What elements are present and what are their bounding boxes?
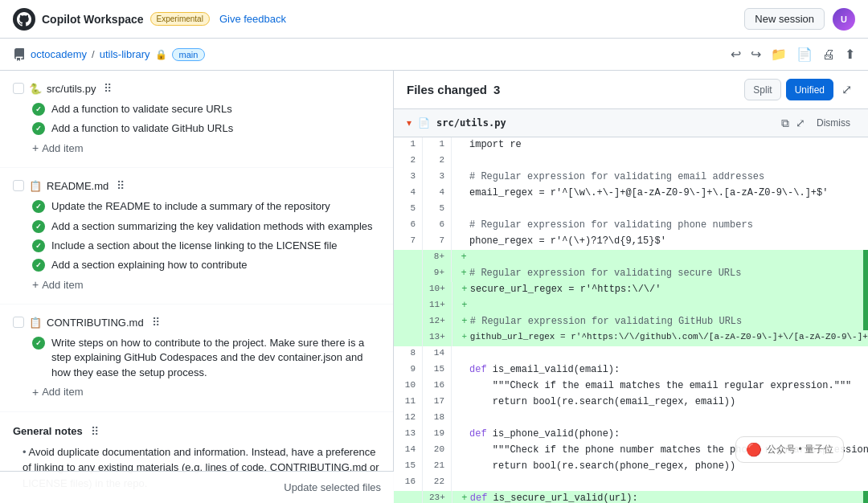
diff-count: 3: [493, 83, 500, 96]
code-line: 16 22: [394, 475, 868, 491]
drag-handle-notes[interactable]: ⠿: [91, 425, 99, 438]
markdown-icon-2: 📋: [29, 317, 42, 329]
repo-icon: [13, 48, 26, 61]
add-item-label-contributing: Add item: [42, 386, 83, 398]
task-check-2: [32, 122, 45, 135]
task-text-4: Add a section summarizing the key valida…: [51, 219, 373, 234]
code-line-added: 12+ +# Regular expression for validating…: [394, 314, 868, 330]
code-line: 1 1 import re: [394, 137, 868, 153]
watermark: 🔴 公众号 • 量子位: [735, 436, 844, 463]
code-line: 4 4 email_regex = r'^[\w\.+\-]+@[a-zA-Z0…: [394, 186, 868, 202]
file-section-utils: 🐍 src/utils.py ⠿ Add a function to valid…: [0, 77, 393, 161]
task-item: Include a section about the license link…: [13, 236, 380, 256]
code-line: 12 18: [394, 411, 868, 427]
add-item-btn-contributing[interactable]: + Add item: [13, 382, 380, 402]
code-line: 2 2: [394, 153, 868, 170]
drag-handle-utils[interactable]: ⠿: [104, 82, 112, 95]
file-checkbox-readme[interactable]: [13, 180, 24, 191]
unified-view-button[interactable]: Unified: [786, 79, 833, 100]
repo-name[interactable]: utils-library: [100, 48, 150, 60]
code-line: 8 14: [394, 346, 868, 362]
add-item-btn-utils[interactable]: + Add item: [13, 138, 380, 157]
code-line: 7 7 phone_regex = r'^(\+)?1?\d{9,15}$': [394, 234, 868, 250]
repo-org[interactable]: octocademy: [31, 48, 87, 60]
task-check-3: [32, 200, 45, 213]
file-diff-py-icon: ▾: [407, 117, 411, 129]
task-item: Add a function to validate GitHub URLs: [13, 119, 380, 138]
code-line-added: 23+ +def is_secure_url_valid(url):: [394, 491, 868, 503]
task-item: Add a section explaining how to contribu…: [13, 256, 380, 275]
code-line-added: 10+ +secure_url_regex = r'^https:\/\/': [394, 282, 868, 298]
undo-icon[interactable]: ↩: [731, 47, 741, 62]
task-text-6: Add a section explaining how to contribu…: [51, 258, 248, 272]
folder-icon[interactable]: 📁: [771, 47, 787, 62]
file-icon[interactable]: 📄: [796, 47, 813, 62]
file-checkbox-contributing[interactable]: [13, 317, 24, 328]
branch-badge[interactable]: main: [172, 48, 206, 61]
code-line: 11 17 return bool(re.search(email_regex,…: [394, 395, 868, 411]
code-line: 3 3 # Regular expression for validating …: [394, 170, 868, 186]
app-title: Copilot Workspace: [42, 13, 144, 26]
plus-icon-2: +: [32, 278, 39, 291]
copy-icon[interactable]: ⧉: [781, 117, 789, 130]
top-bar-right: New session U: [744, 8, 855, 31]
lock-icon: 🔒: [155, 49, 167, 60]
bottom-update-bar: Update selected files: [0, 471, 394, 503]
task-check-1: [32, 103, 45, 116]
task-check-4: [32, 220, 45, 233]
file-checkbox-utils[interactable]: [13, 83, 24, 94]
general-notes-title: General notes: [13, 425, 83, 437]
file-header-contributing: 📋 CONTRIBUTING.md ⠿: [13, 316, 380, 329]
divider-3: [0, 411, 393, 412]
repo-sep: /: [92, 48, 95, 60]
diff-view-controls: Split Unified ⤢: [744, 79, 855, 100]
drag-handle-contributing[interactable]: ⠿: [152, 316, 160, 329]
code-line-added: 11+ +: [394, 298, 868, 314]
file-diff-icon: 📄: [418, 117, 430, 129]
redo-icon[interactable]: ↪: [751, 47, 761, 62]
code-line-added: 8+ +: [394, 250, 868, 266]
give-feedback-link[interactable]: Give feedback: [219, 13, 286, 25]
repo-bar: octocademy / utils-library 🔒 main ↩ ↪ 📁 …: [0, 39, 868, 71]
task-check-5: [32, 239, 45, 252]
new-session-button[interactable]: New session: [744, 8, 825, 30]
code-line-added: 9+ +# Regular expression for validating …: [394, 266, 868, 282]
file-diff-header-utils: ▾ 📄 src/utils.py ⧉ ⤢ Dismiss: [394, 109, 868, 137]
file-diff-actions: ⧉ ⤢ Dismiss: [781, 116, 855, 130]
expand-code-icon[interactable]: ⤢: [796, 117, 805, 129]
code-line: 9 15 def is_email_valid(email):: [394, 362, 868, 378]
print-icon[interactable]: 🖨: [822, 47, 835, 62]
code-line: 6 6 # Regular expression for validating …: [394, 218, 868, 234]
python-icon: 🐍: [29, 83, 42, 95]
divider-2: [0, 304, 393, 305]
general-notes-header: General notes ⠿: [13, 425, 380, 438]
left-panel: 🐍 src/utils.py ⠿ Add a function to valid…: [0, 71, 394, 503]
task-check-6: [32, 259, 45, 272]
expand-icon[interactable]: ⤢: [838, 79, 855, 100]
task-text-3: Update the README to include a summary o…: [51, 199, 330, 214]
code-line: 5 5: [394, 202, 868, 218]
task-text-2: Add a function to validate GitHub URLs: [51, 121, 233, 136]
code-line-added: 13+ +github_url_regex = r'^https:\/\/git…: [394, 330, 868, 346]
github-logo: [13, 8, 35, 31]
file-name-contributing: CONTRIBUTING.md: [47, 317, 144, 329]
add-item-btn-readme[interactable]: + Add item: [13, 275, 380, 294]
add-item-label-readme: Add item: [42, 279, 83, 291]
task-text-7: Write steps on how to contribute to the …: [51, 336, 380, 380]
task-text-1: Add a function to validate secure URLs: [51, 102, 232, 117]
task-item: Add a section summarizing the key valida…: [13, 217, 380, 236]
avatar: U: [833, 8, 855, 31]
diff-header: Files changed 3 Split Unified ⤢: [394, 71, 868, 109]
task-item-contributing: Write steps on how to contribute to the …: [13, 333, 380, 382]
dismiss-button[interactable]: Dismiss: [812, 116, 855, 130]
file-diff-filename: src/utils.py: [436, 117, 506, 129]
experimental-badge: Experimental: [150, 12, 210, 26]
update-selected-files-text[interactable]: Update selected files: [284, 481, 381, 493]
share-icon[interactable]: ⬆: [845, 47, 855, 62]
plus-icon-3: +: [32, 386, 39, 399]
task-text-5: Include a section about the license link…: [51, 239, 338, 253]
drag-handle-readme[interactable]: ⠿: [117, 179, 125, 192]
file-header-readme: 📋 README.md ⠿: [13, 179, 380, 192]
split-view-button[interactable]: Split: [744, 79, 780, 100]
file-header-utils: 🐍 src/utils.py ⠿: [13, 82, 380, 95]
